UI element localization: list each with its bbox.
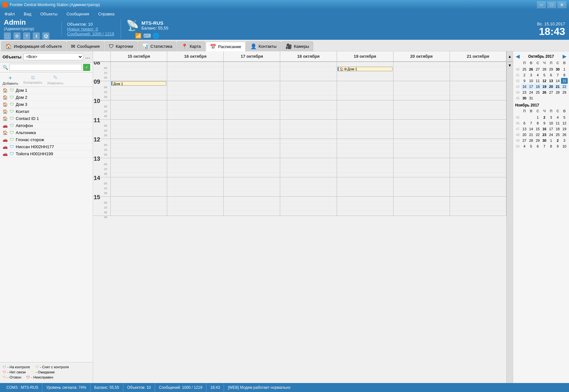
copy-button[interactable]: ⧉ Копировать — [23, 75, 42, 84]
mini-cal-2-day-1[interactable]: 1 — [548, 138, 555, 143]
mini-cal-1-day-12[interactable]: 12 — [541, 78, 548, 84]
messages-link[interactable]: Сообщений: 1000 / 1219 — [67, 31, 114, 36]
day-col-h10-d0[interactable] — [111, 100, 167, 119]
minimize-button[interactable]: ─ — [537, 1, 546, 8]
mini-cal-2-day-8[interactable]: 8 — [548, 143, 555, 149]
day-col-h10-d5[interactable] — [393, 100, 450, 119]
day-col-h11-d5[interactable] — [393, 120, 450, 139]
mini-cal-2-day-21[interactable]: 21 — [528, 132, 535, 138]
object-item-toyota[interactable]: 🚗 🛡 Тойота Н001НН199 — [0, 150, 93, 158]
mini-cal-2-day-28[interactable]: 28 — [528, 138, 535, 143]
add-button[interactable]: ＋ Добавить — [3, 74, 18, 85]
edit-button[interactable]: ✎ Изменить — [47, 74, 64, 85]
mini-cal-1-day-30[interactable]: 30 — [521, 95, 528, 101]
mini-cal-2-day-1[interactable]: 1 — [534, 115, 541, 120]
day-col-h09-d5[interactable] — [393, 81, 450, 100]
day-col-h14-d1[interactable] — [167, 177, 224, 196]
day-col-h12-d6[interactable] — [450, 139, 506, 158]
day-col-h10-d4[interactable] — [337, 100, 393, 119]
mini-cal-1-day-7[interactable]: 7 — [555, 72, 561, 78]
event-dom1-day0[interactable]: Дом 1 — [111, 81, 166, 86]
day-col-h12-d4[interactable] — [337, 139, 393, 158]
scroll-down-icon[interactable]: ▼ — [508, 63, 512, 68]
mini-cal-2-day-17[interactable]: 17 — [548, 126, 555, 132]
mini-cal-1-day-6[interactable]: 6 — [548, 72, 555, 78]
mini-cal-2-day-5[interactable]: 5 — [528, 143, 535, 149]
menu-objects[interactable]: Объекты — [39, 11, 60, 17]
mini-cal-1-day-11[interactable]: 11 — [534, 78, 541, 84]
mini-cal-1-day-15[interactable]: 15 — [561, 78, 568, 84]
day-col-h13-d2[interactable] — [224, 158, 280, 177]
day-col-h08-d1[interactable] — [167, 62, 224, 81]
mini-cal-1-day-27[interactable]: 27 — [534, 66, 541, 72]
mini-cal-1-day-21[interactable]: 21 — [555, 84, 561, 89]
mini-cal-2-day-11[interactable]: 11 — [555, 120, 561, 126]
day-col-h15-d6[interactable] — [450, 197, 506, 216]
event-dom1-day4[interactable]: 🏠⚙Дом 1 — [338, 67, 392, 71]
mini-cal-2-day-10[interactable]: 10 — [548, 120, 555, 126]
day-col-h11-d3[interactable] — [280, 120, 337, 139]
object-item-dom1[interactable]: 🏠 🛡 Дом 1 — [0, 87, 93, 94]
day-col-h12-d1[interactable] — [167, 139, 224, 158]
day-col-h13-d4[interactable] — [337, 158, 393, 177]
object-item-glonas[interactable]: 🚗 🛡 Глонас сторож — [0, 136, 93, 143]
object-item-dom2[interactable]: 🏠 🛡 Дом 2 — [0, 94, 93, 101]
mini-cal-1-day-5[interactable]: 5 — [541, 72, 548, 78]
mini-cal-1-day-14[interactable]: 14 — [555, 78, 561, 84]
day-col-h14-d6[interactable] — [450, 177, 506, 196]
tab-stats[interactable]: 📊 Статистика — [138, 41, 177, 51]
day-col-h14-d0[interactable] — [111, 177, 167, 196]
mini-cal-1-day-23[interactable]: 23 — [521, 89, 528, 95]
mini-cal-1-day-30[interactable]: 30 — [555, 66, 561, 72]
object-item-contactid1[interactable]: 🏠 🛡 Contact ID 1 — [0, 115, 93, 122]
day-col-h14-d2[interactable] — [224, 177, 280, 196]
mini-cal-1-day-20[interactable]: 20 — [548, 84, 555, 89]
day-col-h12-d0[interactable] — [111, 139, 167, 158]
new-alerts-link[interactable]: Новых тревог: 0 — [67, 27, 98, 31]
day-col-h13-d6[interactable] — [450, 158, 506, 177]
day-col-h13-d1[interactable] — [167, 158, 224, 177]
mini-cal-2-day-7[interactable]: 7 — [541, 143, 548, 149]
mini-cal-2-day-3[interactable]: 3 — [548, 115, 555, 120]
mini-cal-1-day-26[interactable]: 26 — [541, 89, 548, 95]
tab-map[interactable]: 📍 Карта — [177, 41, 205, 51]
mini-cal-prev-button[interactable]: ◀ — [516, 53, 520, 59]
mini-cal-2-day-10[interactable]: 10 — [561, 143, 568, 149]
mini-cal-2-day-13[interactable]: 13 — [521, 126, 528, 132]
day-col-h09-d3[interactable] — [280, 81, 337, 100]
mini-cal-2-day-2[interactable]: 2 — [555, 138, 561, 143]
day-col-h08-d5[interactable] — [393, 62, 450, 81]
tab-messages[interactable]: ✉ Сообщения — [67, 41, 104, 51]
mini-cal-1-day-29[interactable]: 29 — [548, 66, 555, 72]
mini-cal-1-day-26[interactable]: 26 — [528, 66, 535, 72]
day-col-h08-d4[interactable]: 🏠⚙Дом 1 — [337, 62, 393, 81]
mini-cal-2-day-9[interactable]: 9 — [541, 120, 548, 126]
tab-info[interactable]: 🏠 Информация об объекте — [1, 41, 66, 51]
mini-cal-2-day-14[interactable]: 14 — [528, 126, 535, 132]
object-item-nissan[interactable]: 🚗 🛡 Ниссан Н002НН177 — [0, 143, 93, 150]
mini-cal-2-day-29[interactable]: 29 — [534, 138, 541, 143]
day-col-h15-d2[interactable] — [224, 197, 280, 216]
mini-cal-1-day-28[interactable]: 28 — [541, 66, 548, 72]
mini-cal-1-day-10[interactable]: 10 — [528, 78, 535, 84]
day-col-h14-d3[interactable] — [280, 177, 337, 196]
tab-cameras[interactable]: 🎥 Камеры — [281, 41, 314, 51]
scroll-right-bar[interactable]: ▼ — [506, 62, 513, 383]
mini-cal-next-button[interactable]: ▶ — [563, 53, 566, 59]
day-col-h13-d5[interactable] — [393, 158, 450, 177]
power-icon[interactable]: ⏻ — [42, 32, 49, 39]
menu-help[interactable]: Справка — [96, 11, 116, 17]
day-col-h14-d5[interactable] — [393, 177, 450, 196]
mini-cal-1-day-25[interactable]: 25 — [534, 89, 541, 95]
mini-cal-2-day-8[interactable]: 8 — [534, 120, 541, 126]
title-bar-controls[interactable]: ─ □ ✕ — [537, 1, 566, 8]
mini-cal-1-day-8[interactable]: 8 — [561, 72, 568, 78]
menu-messages[interactable]: Сообщения — [65, 11, 91, 17]
day-col-h15-d5[interactable] — [393, 197, 450, 216]
day-col-h13-d0[interactable] — [111, 158, 167, 177]
day-col-h10-d1[interactable] — [167, 100, 224, 119]
mini-cal-1-day-17[interactable]: 17 — [528, 84, 535, 89]
search-input[interactable] — [9, 64, 82, 71]
day-col-h09-d4[interactable] — [337, 81, 393, 100]
day-col-h11-d4[interactable] — [337, 120, 393, 139]
